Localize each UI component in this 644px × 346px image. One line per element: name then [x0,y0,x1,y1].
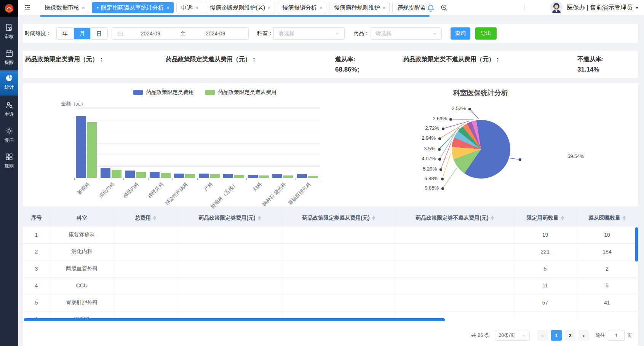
tab-close-icon[interactable]: × [382,5,385,11]
app-logo-icon[interactable] [0,0,18,17]
sidebar-item-提醒[interactable]: 提醒 [0,46,18,71]
page-size-select[interactable]: 20条/页 [495,330,530,341]
menu-fold-icon[interactable] [24,4,31,11]
time-option-月[interactable]: 月 [74,28,91,39]
stat-label: 药品政策限定类费用（元）： [25,56,104,64]
page-button-1[interactable]: 1 [551,330,562,341]
pie-percent-label: 9.85% [415,185,439,191]
bar-药品政策限定类遵从费用[interactable] [136,172,146,178]
pie-label-dot [468,108,471,110]
table-cell: 4 [23,277,50,294]
table-row[interactable]: 3两腺血管外科52 [23,260,638,277]
sort-icon[interactable] [372,216,375,220]
department-fee-bar-chart[interactable]: 药品政策限定类费用药品政策限定类遵从费用 金额（元） 肿瘤科消化内科神经内科神经… [23,83,377,206]
bar-药品政策限定类费用[interactable] [76,116,86,178]
time-option-日[interactable]: 日 [90,28,107,39]
bar-药品政策限定类遵从费用[interactable] [308,176,318,178]
user-menu[interactable]: 医保办 | 售前演示管理员 [567,4,633,12]
tab-label: 申诉 [181,4,193,11]
bar-药品政策限定类费用[interactable] [297,174,307,178]
table-row[interactable]: 6口腔科 [23,311,638,319]
zoom-in-icon[interactable] [440,4,448,11]
tab-申诉[interactable]: 申诉× [176,2,203,13]
notification-bell-icon[interactable] [427,3,435,12]
bar-药品政策限定类费用[interactable] [199,174,209,178]
bar-药品政策限定类费用[interactable] [272,174,282,178]
drug-select[interactable]: 请选择 [371,27,442,40]
page-button-2[interactable]: 2 [565,330,575,341]
sidebar-item-规则[interactable]: 规则 [0,149,18,174]
column-header-药品政策限定类费用(元)[interactable]: 药品政策限定类费用(元) [177,210,282,226]
tab-慢病病种规则维护[interactable]: 慢病病种规则维护× [329,2,390,13]
tab-close-icon[interactable]: × [320,5,323,11]
bar-药品政策限定类遵从费用[interactable] [259,175,269,178]
tab-慢病诊断规则维护(老)[interactable]: 慢病诊断规则维护(老)× [205,2,275,13]
horizontal-scrollbar[interactable] [24,318,445,321]
sort-icon[interactable] [623,216,626,220]
table-cell [576,311,638,319]
prev-page-button[interactable]: ‹ [537,330,548,341]
tab-限定用药遵从率统计分析[interactable]: ●限定用药遵从率统计分析× [92,2,174,13]
sidebar-item-审核[interactable]: 审核 [0,20,18,45]
axis-tick [148,178,149,180]
column-header-限定用药数量[interactable]: 限定用药数量 [515,210,576,226]
tab-close-icon[interactable]: × [166,5,169,11]
export-button[interactable]: 导出 [475,27,497,40]
tab-close-icon[interactable]: × [82,5,85,11]
bar-药品政策限定类遵从费用[interactable] [210,174,220,178]
column-header-药品政策限定类遵从费用(元)[interactable]: 药品政策限定类遵从费用(元) [282,210,395,226]
department-select[interactable]: 请选择 [273,27,345,40]
sort-icon[interactable] [153,216,156,220]
tab-close-icon[interactable]: × [195,5,198,11]
bar-药品政策限定类遵从费用[interactable] [161,173,171,178]
tab-close-icon[interactable]: × [268,5,271,11]
bar-药品政策限定类费用[interactable] [223,174,233,178]
date-range-picker[interactable]: 2024-09 至 2024-09 [112,27,249,40]
bar-药品政策限定类费用[interactable] [125,171,135,178]
query-button[interactable]: 查询 [451,27,470,40]
sidebar-item-统计[interactable]: 统计 [0,70,18,96]
stat-label: 药品政策限定类不遵从费用（元）： [403,56,501,64]
next-page-button[interactable]: › [578,330,589,341]
time-dimension-label: 时间维度： [25,24,51,43]
table-cell [114,244,177,260]
sort-icon[interactable] [258,216,261,220]
bar-药品政策限定类遵从费用[interactable] [234,175,244,178]
bar-药品政策限定类遵从费用[interactable] [112,170,121,178]
table-row[interactable]: 5胃肠肝胆外科5741 [23,294,638,311]
sidebar-item-申诉[interactable]: 申诉 [0,97,18,123]
bar-药品政策限定类费用[interactable] [248,175,258,178]
legend-item[interactable]: 药品政策限定类遵从费用 [205,89,276,96]
table-row[interactable]: 1康复疼痛科1910 [23,226,638,244]
bar-药品政策限定类遵从费用[interactable] [87,122,97,178]
pie-label-lines [385,83,621,201]
department-share-pie-chart[interactable]: 科室医保统计分析 2.52%2.69%2.72%2.94%3.5%4.07%5.… [385,83,621,201]
column-header-总费用[interactable]: 总费用 [114,210,177,226]
sort-icon[interactable] [491,216,494,220]
table-row[interactable]: 2消化内科221184 [23,244,638,261]
bar-药品政策限定类费用[interactable] [174,174,184,178]
legend-item[interactable]: 药品政策限定类费用 [133,89,194,96]
tab-label: 限定用药遵从率统计分析 [101,4,164,11]
user-avatar[interactable] [550,1,563,14]
date-start-input[interactable]: 2024-09 [123,30,178,37]
column-header-药品政策限定类不遵从费用(元)[interactable]: 药品政策限定类不遵从费用(元) [395,210,515,226]
table-row[interactable]: 4CCU115 [23,277,638,295]
tab-label: 慢病诊断规则维护(老) [210,4,265,11]
date-end-input[interactable]: 2024-09 [188,30,243,37]
sidebar-item-慢病[interactable]: 慢病 [0,123,18,148]
column-header-遵从医嘱数量[interactable]: 遵从医嘱数量 [576,210,638,226]
chevron-down-icon [335,31,340,36]
vertical-scrollbar[interactable] [635,227,638,261]
tab-违规提醒监[interactable]: 违规提醒监× [392,2,430,13]
time-option-年[interactable]: 年 [57,28,74,39]
bar-药品政策限定类费用[interactable] [150,172,160,178]
bar-药品政策限定类遵从费用[interactable] [283,175,293,178]
bar-药品政策限定类费用[interactable] [101,168,110,178]
table-cell: 胃肠肝胆外科 [50,294,114,311]
goto-page-input[interactable] [608,330,625,341]
tab-医保数据审核[interactable]: 医保数据审核× [40,2,89,13]
sort-icon[interactable] [561,216,564,220]
tab-慢病报销分析[interactable]: 慢病报销分析× [278,2,327,13]
bar-药品政策限定类遵从费用[interactable] [185,174,195,178]
